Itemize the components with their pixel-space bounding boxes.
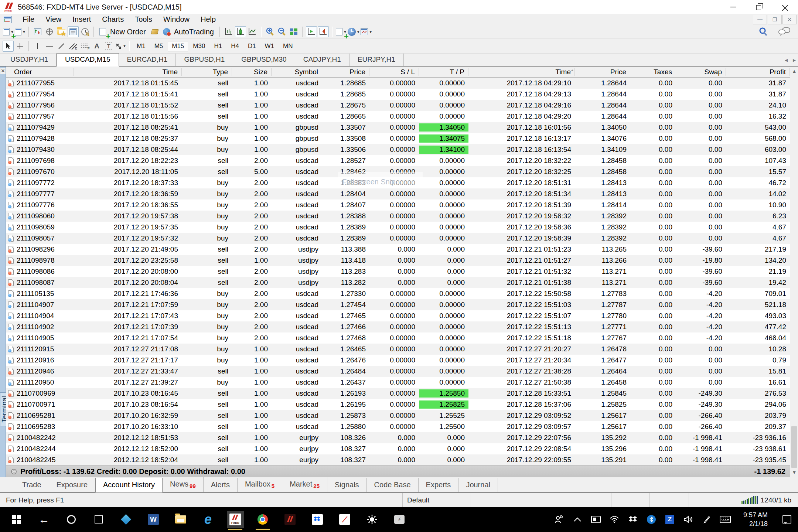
pen-icon[interactable] <box>701 513 712 526</box>
tablet-icon[interactable] <box>590 513 601 526</box>
text-tool[interactable]: A <box>91 41 102 52</box>
table-row[interactable]: 21111049052017.12.21 17:07:54buy2.00usdc… <box>6 332 790 344</box>
search-icon[interactable] <box>758 26 769 37</box>
menu-item-tools[interactable]: Tools <box>129 14 158 24</box>
equidistant-channel-tool[interactable]: E <box>68 41 79 52</box>
chart-tab-usdcad-m15[interactable]: USDCAD,M15 <box>57 53 119 66</box>
table-row[interactable]: 21110980602017.12.20 19:57:38buy2.00usdc… <box>6 211 790 222</box>
expert-advisors-icon[interactable] <box>149 26 160 37</box>
autotrading-label[interactable]: AutoTrading <box>174 28 214 36</box>
wifi-icon[interactable] <box>609 513 620 526</box>
terminal-tab-market[interactable]: Market25 <box>282 477 327 492</box>
zonealarm-icon[interactable]: Z <box>664 513 675 526</box>
timeframe-m5[interactable]: M5 <box>150 41 167 51</box>
scroll-up-icon[interactable]: ▲ <box>790 67 798 75</box>
table-row[interactable]: 21107009712017.10.23 08:16:54sell1.00usd… <box>6 399 790 410</box>
column-header-profit[interactable]: Profit <box>726 68 790 76</box>
minimize-button[interactable] <box>720 0 746 14</box>
menu-item-help[interactable]: Help <box>195 14 221 24</box>
terminal-tab-mailbox[interactable]: Mailbox5 <box>238 477 282 492</box>
timeframe-h4[interactable]: H4 <box>227 41 243 51</box>
table-row[interactable]: 21110977722017.12.20 18:37:33buy2.00usdc… <box>6 177 790 188</box>
menu-item-charts[interactable]: Charts <box>96 14 129 24</box>
table-row[interactable]: 21110794292017.12.18 08:25:41buy1.00gbpu… <box>6 122 790 133</box>
menu-item-file[interactable]: File <box>17 14 40 24</box>
column-header-time[interactable]: Time <box>74 68 182 76</box>
horizontal-line-tool[interactable] <box>44 41 55 52</box>
table-row[interactable]: 21110977772017.12.20 18:36:59buy2.00usdc… <box>6 188 790 200</box>
terminal-tab-journal[interactable]: Journal <box>458 478 498 492</box>
table-row[interactable]: 21004822442012.12.12 18:52:00sell1.00eur… <box>6 443 790 454</box>
chart-tab-gbpusd-h1[interactable]: GBPUSD,H1 <box>176 54 233 66</box>
status-profile[interactable]: Default <box>403 493 471 507</box>
terminal-tab-news[interactable]: News99 <box>163 477 204 492</box>
table-row[interactable]: 21111049072017.12.21 17:07:59buy2.00usdc… <box>6 299 790 310</box>
new-order-label[interactable]: New Order <box>110 28 146 36</box>
column-header-order[interactable]: Order <box>6 68 74 76</box>
tile-windows-button[interactable] <box>288 26 299 37</box>
table-row[interactable]: 21111049022017.12.21 17:07:39buy2.00usdc… <box>6 321 790 332</box>
menu-item-view[interactable]: View <box>40 14 67 24</box>
panel-close-icon[interactable]: ✕ <box>0 68 6 74</box>
timeframe-h1[interactable]: H1 <box>210 41 226 51</box>
table-row[interactable]: 21110976702017.12.20 18:11:05sell5.00usd… <box>6 166 790 177</box>
line-chart-button[interactable] <box>247 26 258 37</box>
chart-tab-gbpusd-m30[interactable]: GBPUSD,M30 <box>233 54 295 66</box>
profiles-button[interactable]: ▾ <box>14 26 25 37</box>
column-header-t-p[interactable]: T / P <box>419 68 468 76</box>
start-button[interactable] <box>8 511 25 528</box>
dropbox-tray-icon[interactable] <box>627 513 638 526</box>
table-row[interactable]: 21106952832017.10.20 16:33:10sell1.00usd… <box>6 421 790 432</box>
taskbar-clock[interactable]: 9:57 AM 2/1/18 <box>743 511 768 529</box>
chat-icon[interactable] <box>778 26 791 37</box>
terminal-tab-trade[interactable]: Trade <box>15 478 49 492</box>
table-row[interactable]: 21110794282017.12.18 08:25:37buy1.00gbpu… <box>6 133 790 144</box>
indicators-button[interactable]: +▾ <box>335 26 347 37</box>
column-header-type[interactable]: Type <box>182 68 232 76</box>
child-close-button[interactable]: ✕ <box>782 15 797 24</box>
chart-tab-eurcad-h1[interactable]: EURCAD,H1 <box>119 54 176 66</box>
people-icon[interactable] <box>553 513 565 526</box>
table-row[interactable]: 21110977762017.12.20 18:36:55buy2.00usdc… <box>6 200 790 211</box>
close-button[interactable] <box>772 0 798 14</box>
settings-icon[interactable] <box>364 511 381 528</box>
terminal-tab-account-history[interactable]: Account History <box>95 478 163 492</box>
crosshair-tool[interactable] <box>14 41 25 52</box>
table-row[interactable]: 21106952812017.10.20 16:32:59sell1.00usd… <box>6 410 790 421</box>
column-header-close-time[interactable]: Time <box>468 68 575 76</box>
cursor-tool[interactable] <box>3 41 14 52</box>
timeframe-w1[interactable]: W1 <box>261 41 279 51</box>
templates-button[interactable]: ▾ <box>360 26 372 37</box>
autotrading-icon[interactable] <box>161 26 172 37</box>
child-restore-button[interactable]: ❐ <box>768 15 782 24</box>
vertical-line-tool[interactable] <box>32 41 43 52</box>
table-row[interactable]: 21110982962017.12.20 21:49:05sell2.00usd… <box>6 244 790 255</box>
fxdd-mt4-taskbar-icon[interactable]: FXDD <box>227 511 244 528</box>
zoom-in-button[interactable] <box>265 26 276 37</box>
table-row[interactable]: 21111209462017.12.27 21:33:47sell1.00usd… <box>6 366 790 377</box>
text-label-tool[interactable]: T <box>103 41 114 52</box>
table-row[interactable]: 21107009692017.10.23 08:16:45sell1.00usd… <box>6 388 790 399</box>
chart-tab-eurjpy-h1[interactable]: EURJPY,H1 <box>349 54 404 66</box>
terminal-button[interactable] <box>68 26 79 37</box>
tab-scroll-right-icon[interactable]: ▸ <box>793 57 796 64</box>
back-icon[interactable]: ← <box>35 511 52 528</box>
word-icon[interactable]: W <box>145 511 162 528</box>
new-chart-button[interactable]: +▾ <box>3 26 14 37</box>
column-header-taxes[interactable]: Taxes <box>630 68 676 76</box>
table-row[interactable]: 21110779552017.12.18 01:15:45sell1.00usd… <box>6 78 790 89</box>
chart-window-icon[interactable] <box>3 16 12 23</box>
scrollbar-thumb[interactable] <box>791 426 797 468</box>
edge-icon[interactable]: e <box>200 511 216 528</box>
timeframe-mn[interactable]: MN <box>279 41 297 51</box>
chart-shift-button[interactable] <box>318 26 329 37</box>
table-row[interactable]: 21110980872017.12.20 20:08:04sell2.00usd… <box>6 277 790 288</box>
column-header-swap[interactable]: Swap <box>676 68 726 76</box>
file-explorer-icon[interactable] <box>172 511 189 528</box>
table-row[interactable]: 21004822422012.12.12 18:51:53sell1.00eur… <box>6 432 790 443</box>
child-minimize-button[interactable]: — <box>753 15 767 24</box>
terminal-tab-experts[interactable]: Experts <box>419 478 459 492</box>
table-row[interactable]: 21110980862017.12.20 20:08:00sell2.00usd… <box>6 266 790 277</box>
column-header-size[interactable]: Size <box>232 68 272 76</box>
chevron-up-icon[interactable] <box>572 513 583 526</box>
